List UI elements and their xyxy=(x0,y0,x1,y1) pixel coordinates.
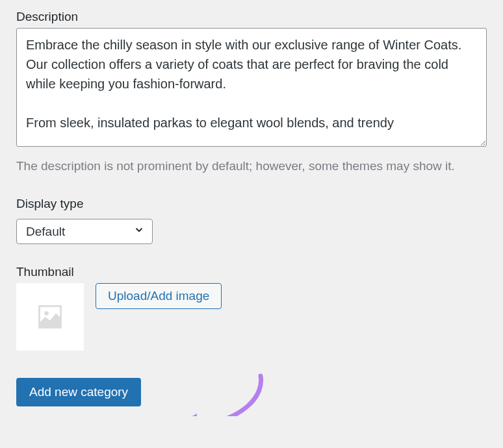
svg-point-1 xyxy=(44,311,49,316)
image-placeholder-icon xyxy=(36,303,64,331)
display-type-select-wrapper: Default xyxy=(16,219,153,244)
display-type-select[interactable]: Default xyxy=(16,219,153,244)
thumbnail-placeholder xyxy=(16,283,84,351)
description-textarea[interactable] xyxy=(16,28,487,147)
arrow-annotation-icon xyxy=(163,368,274,416)
thumbnail-row: Upload/Add image xyxy=(16,283,487,351)
thumbnail-label: Thumbnail xyxy=(16,265,487,279)
add-new-category-button[interactable]: Add new category xyxy=(16,378,141,406)
display-type-label: Display type xyxy=(16,197,487,211)
upload-image-button[interactable]: Upload/Add image xyxy=(96,283,222,309)
thumbnail-group: Thumbnail Upload/Add image xyxy=(16,265,487,351)
description-help-text: The description is not prominent by defa… xyxy=(16,157,487,176)
category-form-section: Description The description is not promi… xyxy=(16,10,487,406)
display-type-group: Display type Default xyxy=(16,197,487,244)
description-label: Description xyxy=(16,10,487,24)
